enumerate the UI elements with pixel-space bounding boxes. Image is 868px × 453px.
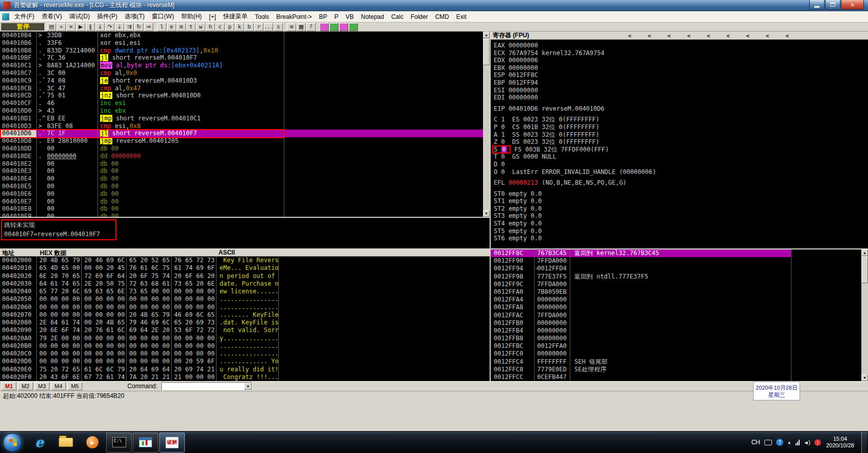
- memory-tab-m3[interactable]: M3: [35, 382, 50, 390]
- disasm-row[interactable]: 004010D0>43inc ebx: [0, 107, 483, 115]
- letter-button-l[interactable]: l: [157, 23, 166, 31]
- stack-row[interactable]: 0012FF98777E37F5返回到 ntdll.777E37F5: [491, 273, 791, 281]
- letter-button-s[interactable]: s: [274, 23, 283, 31]
- taskbar-cmd-button[interactable]: C:\: [106, 433, 132, 452]
- menu-item[interactable]: 帮助(H): [178, 11, 206, 22]
- disasm-row[interactable]: 004010C7.3C 00cmp al,0x0: [0, 69, 483, 77]
- letter-button-w[interactable]: w: [196, 23, 205, 31]
- dump-row[interactable]: 0040205000 00 00 0000 00 00 0000 00 00 0…: [0, 295, 490, 303]
- register-line[interactable]: S 0 FS 003B 32位 7FFDF000(FFF): [494, 146, 868, 154]
- command-input[interactable]: ▼: [161, 382, 252, 390]
- scroll-up-icon[interactable]: ▲: [861, 249, 868, 256]
- stack-row[interactable]: 0012FFB000000000: [491, 319, 791, 327]
- dump-row[interactable]: 004020F020 43 6F 6E67 72 61 747A 20 21 2…: [0, 373, 490, 381]
- taskbar-player-button[interactable]: ▶: [80, 433, 105, 452]
- menu-item[interactable]: BP: [316, 12, 331, 21]
- restart-icon[interactable]: «: [57, 23, 66, 31]
- stack-row[interactable]: 0012FFBC0012FFA0: [491, 342, 791, 350]
- disasm-row[interactable]: 004010DD 00db 00: [0, 145, 483, 153]
- disasm-row[interactable]: 004010B6.33F6xor esi,esi: [0, 39, 483, 47]
- disasm-row[interactable]: 004010E2 00db 00: [0, 160, 483, 168]
- disasm-row[interactable]: 004010E3 00db 00: [0, 167, 483, 175]
- dump-row[interactable]: 004020E075 20 72 6561 6C 6C 7920 64 69 6…: [0, 366, 490, 373]
- stack-row[interactable]: 0012FFA400000000: [491, 296, 791, 304]
- language-indicator[interactable]: CH: [751, 439, 760, 446]
- plugin-button-2[interactable]: [329, 23, 339, 31]
- dump-row[interactable]: 004020A079 2E 00 0000 00 00 0000 00 00 0…: [0, 335, 490, 342]
- letter-button-c[interactable]: c: [215, 23, 225, 31]
- stack-row[interactable]: 0012FFB400000000: [491, 327, 791, 335]
- step-over-icon[interactable]: ↷: [105, 23, 114, 31]
- register-line[interactable]: EBP 0012FF94: [494, 79, 868, 87]
- register-line[interactable]: C 1 ES 0023 32位 0(FFFFFFFF): [494, 116, 868, 123]
- stack-row[interactable]: 0012FFB800000000: [491, 335, 791, 342]
- scroll-thumb[interactable]: [861, 257, 868, 283]
- action-center-icon[interactable]: !: [814, 439, 821, 446]
- menu-item[interactable]: 快捷菜单: [220, 11, 251, 22]
- collapse-chevron-icon[interactable]: <: [667, 33, 671, 39]
- memory-tab-m4[interactable]: M4: [51, 382, 66, 390]
- register-line[interactable]: EFL 00000213 (NO,B,NE,BE,NS,PO,GE,G): [494, 179, 868, 187]
- register-line[interactable]: EDI 00000000: [494, 94, 868, 102]
- taskbar-ie-button[interactable]: e: [27, 433, 52, 452]
- disasm-row[interactable]: 004010BF.ˇ7C 36jl short reverseM.004010F…: [0, 54, 483, 62]
- dump-row[interactable]: 0040209020 6E 6F 7420 76 61 6C69 64 2E 2…: [0, 326, 490, 334]
- letter-button-r[interactable]: r: [254, 23, 263, 31]
- disasm-row[interactable]: 004010E9 00db 00: [0, 213, 483, 217]
- scroll-down-icon[interactable]: ▼: [483, 210, 490, 217]
- stack-row[interactable]: 0012FFC87779E0EDSE处理程序: [491, 366, 791, 373]
- dropdown-icon[interactable]: ▼: [244, 383, 252, 390]
- disasm-row[interactable]: 004010E4 00db 00: [0, 175, 483, 183]
- menu-item[interactable]: Folder: [407, 12, 431, 21]
- menu-item[interactable]: VB: [342, 12, 357, 21]
- help-toolbar-icon[interactable]: ?: [306, 23, 316, 31]
- volume-icon[interactable]: ◄): [804, 440, 810, 445]
- stack-row[interactable]: 0012FF907FFDA000: [491, 257, 791, 265]
- letter-button-m[interactable]: m: [177, 23, 186, 31]
- stack-scrollbar[interactable]: ▲ ▼: [861, 249, 868, 381]
- letter-button-k[interactable]: k: [235, 23, 244, 31]
- dump-row[interactable]: 0040203064 61 74 652E 20 50 7572 63 68 6…: [0, 280, 490, 288]
- menu-item[interactable]: 调试(D): [65, 11, 93, 22]
- stack-row[interactable]: 0012FF8C767B3C45返回到 kernel32.767B3C45: [491, 249, 791, 257]
- taskbar-52pojie-button[interactable]: 破解: [159, 433, 185, 452]
- menu-item[interactable]: 查看(V): [38, 11, 65, 22]
- disasm-row[interactable]: 004010B8.833D 73214000cmp dword ptr ds:[…: [0, 47, 483, 55]
- letter-button-e[interactable]: e: [167, 23, 176, 31]
- run-icon[interactable]: ▶: [76, 23, 85, 31]
- stack-row[interactable]: 0012FFAC7FFDA000: [491, 312, 791, 319]
- menu-item[interactable]: BreakPoint->: [273, 12, 316, 21]
- collapse-chevron-icon[interactable]: <: [746, 33, 750, 39]
- dump-row[interactable]: 004020C000 00 00 0000 00 00 0000 00 00 0…: [0, 350, 490, 358]
- register-line[interactable]: ST4 empty 0.0: [494, 220, 868, 228]
- register-line[interactable]: ST6 empty 0.0: [494, 235, 868, 242]
- collapse-chevron-icon[interactable]: <: [727, 33, 730, 39]
- dump-row[interactable]: 004020D000 00 00 0000 00 00 0000 00 00 0…: [0, 358, 490, 365]
- disasm-row[interactable]: 004010D6.ˇ7C 1Fjl short reverseM.004010F…: [0, 130, 483, 137]
- disasm-row[interactable]: 004010CD.ˇ75 01jnz short reverseM.004010…: [0, 92, 483, 99]
- letter-button-p[interactable]: p: [225, 23, 234, 31]
- dump-row[interactable]: 004020206E 20 70 6572 69 6F 6420 6F 75 7…: [0, 272, 490, 280]
- register-line[interactable]: P 0 CS 001B 32位 0(FFFFFFFF): [494, 123, 868, 131]
- menu-item[interactable]: P: [331, 12, 342, 21]
- step-into-icon[interactable]: ↓: [95, 23, 105, 31]
- animate-over-icon[interactable]: ⇉: [125, 23, 134, 31]
- collapse-chevron-icon[interactable]: <: [785, 33, 789, 39]
- disasm-row[interactable]: 004010D1.^EB EEjmp short reverseM.004010…: [0, 115, 483, 122]
- collapse-chevron-icon[interactable]: <: [766, 33, 769, 39]
- close-program-icon[interactable]: ×: [66, 23, 76, 31]
- memory-tab-m5[interactable]: M5: [67, 382, 82, 390]
- register-line[interactable]: EIP 004010D6 reverseM.004010D6: [494, 105, 868, 113]
- menu-item[interactable]: 文件(F): [11, 11, 38, 22]
- menu-item[interactable]: 插件(P): [93, 11, 121, 22]
- disasm-row[interactable]: 004010C9.ˇ74 08je short reverseM.004010D…: [0, 77, 483, 85]
- open-file-icon[interactable]: ▤: [47, 23, 56, 31]
- keyboard-icon[interactable]: [764, 440, 772, 445]
- letter-button-h[interactable]: h: [206, 23, 215, 31]
- register-line[interactable]: EBX 00000000: [494, 64, 868, 72]
- plugin-button-4[interactable]: [349, 23, 358, 31]
- disasm-row[interactable]: 004010D8.E9 28010000jmp reverseM.0040120…: [0, 137, 483, 145]
- taskbar-tool-button[interactable]: [133, 433, 158, 452]
- register-line[interactable]: O 0 LastErr ERROR_INVALID_HANDLE (000000…: [494, 168, 868, 176]
- stack-row[interactable]: 0012FFA07B8059EB: [491, 288, 791, 296]
